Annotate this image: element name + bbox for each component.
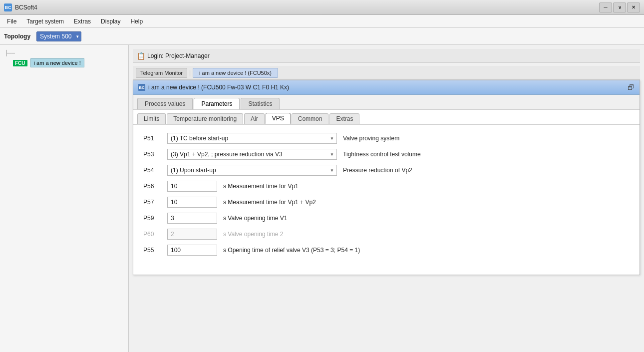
param-dropdown-wrapper-p53[interactable]: (3) Vp1 + Vp2, ; pressure reduction via …: [167, 149, 337, 160]
sub-tab-extras[interactable]: Extras: [329, 113, 359, 124]
content-area: 📋 Login: Project-Manager Telegram Monito…: [129, 45, 644, 352]
param-input-p56[interactable]: [167, 181, 217, 192]
sub-tab-common[interactable]: Common: [292, 113, 329, 124]
app-title: BCSoft4: [15, 4, 37, 11]
param-label-p60: P60: [143, 231, 161, 238]
close-button[interactable]: ✕: [627, 2, 640, 12]
menu-display[interactable]: Display: [96, 16, 125, 26]
login-icon: 📋: [137, 52, 145, 60]
param-label-p54: P54: [143, 167, 161, 174]
sub-tab-container: Limits Temperature monitoring Air VPS Co…: [133, 109, 640, 275]
toolbar: Topology System 500: [0, 28, 644, 45]
tree-connector: ├──: [5, 50, 15, 56]
menu-target-system[interactable]: Target system: [21, 16, 69, 26]
fcu-badge: FCU: [13, 60, 27, 66]
device-window: BC i am a new device ! (FCU500 Fw-03 W C…: [133, 80, 640, 275]
tab-statistics[interactable]: Statistics: [241, 98, 280, 109]
param-input-p57[interactable]: [167, 197, 217, 208]
params-tab-strip: Process values Parameters Statistics: [133, 95, 640, 109]
sub-tab-vps[interactable]: VPS: [266, 113, 291, 124]
param-dropdown-p54[interactable]: (1) Upon start-up: [167, 165, 337, 176]
param-label-p55: P55: [143, 247, 161, 254]
sub-tab-strip: Limits Temperature monitoring Air VPS Co…: [133, 110, 640, 125]
param-desc-p60: s Valve opening time 2: [223, 231, 284, 238]
tab-process-values[interactable]: Process values: [137, 98, 193, 109]
device-minimize-button[interactable]: 🗗: [628, 83, 635, 91]
sub-tab-limits[interactable]: Limits: [137, 113, 166, 124]
param-label-p57: P57: [143, 199, 161, 206]
login-text: Login: Project-Manager: [147, 52, 210, 59]
param-row-p56: P56 s Measurement time for Vp1: [143, 181, 630, 192]
param-row-p60: P60 s Valve opening time 2: [143, 229, 630, 240]
device-title-text: BC i am a new device ! (FCU500 Fw-03 W C…: [138, 84, 289, 91]
param-row-p53: P53 (3) Vp1 + Vp2, ; pressure reduction …: [143, 149, 630, 160]
device-window-title-bar: BC i am a new device ! (FCU500 Fw-03 W C…: [133, 80, 640, 95]
param-dropdown-wrapper-p51[interactable]: (1) TC before start-up: [167, 133, 337, 144]
param-label-p59: P59: [143, 215, 161, 222]
menu-help[interactable]: Help: [125, 16, 148, 26]
param-label-p56: P56: [143, 183, 161, 190]
param-desc-p53: Tightness control test volume: [343, 151, 421, 158]
login-bar: 📋 Login: Project-Manager: [133, 49, 640, 63]
system-select[interactable]: System 500: [36, 31, 81, 41]
device-window-icon: BC: [138, 84, 145, 91]
restore-button[interactable]: ∨: [613, 2, 626, 12]
sub-tab-temperature[interactable]: Temperature monitoring: [167, 113, 243, 124]
param-row-p51: P51 (1) TC before start-up Valve proving…: [143, 133, 630, 144]
app-icon: BC: [4, 3, 12, 11]
telegram-monitor-button[interactable]: Telegram Monitor: [136, 68, 187, 78]
param-desc-p51: Valve proving system: [343, 135, 399, 142]
telegram-bar: Telegram Monitor | i am a new device ! (…: [133, 66, 640, 80]
param-row-p59: P59 s Valve opening time V1: [143, 213, 630, 224]
title-bar: BC BCSoft4 ─ ∨ ✕: [0, 0, 644, 15]
param-dropdown-p51[interactable]: (1) TC before start-up: [167, 133, 337, 144]
param-label-p53: P53: [143, 151, 161, 158]
param-dropdown-wrapper-p54[interactable]: (1) Upon start-up: [167, 165, 337, 176]
tree-root: ├──: [5, 50, 123, 56]
menu-extras[interactable]: Extras: [69, 16, 96, 26]
param-input-p60: [167, 229, 217, 240]
device-label[interactable]: i am a new device !: [30, 58, 84, 67]
title-bar-controls: ─ ∨ ✕: [599, 2, 640, 12]
minimize-button[interactable]: ─: [599, 2, 612, 12]
params-content: P51 (1) TC before start-up Valve proving…: [133, 125, 640, 275]
device-window-title: i am a new device ! (FCU500 Fw-03 W C1 F…: [148, 84, 289, 91]
param-desc-p56: s Measurement time for Vp1: [223, 183, 299, 190]
system-select-wrapper[interactable]: System 500: [36, 31, 81, 41]
param-desc-p59: s Valve opening time V1: [223, 215, 288, 222]
sub-tab-air[interactable]: Air: [244, 113, 265, 124]
param-desc-p55: s Opening time of relief valve V3 (P53 =…: [223, 247, 360, 254]
param-input-p59[interactable]: [167, 213, 217, 224]
param-label-p51: P51: [143, 135, 161, 142]
param-dropdown-p53[interactable]: (3) Vp1 + Vp2, ; pressure reduction via …: [167, 149, 337, 160]
device-tab[interactable]: i am a new device ! (FCU50x): [193, 68, 278, 78]
sidebar-tree: ├── FCU i am a new device !: [3, 48, 125, 69]
menu-file[interactable]: File: [2, 16, 21, 26]
param-row-p54: P54 (1) Upon start-up Pressure reduction…: [143, 165, 630, 176]
menu-bar: File Target system Extras Display Help: [0, 15, 644, 28]
main-layout: ├── FCU i am a new device ! 📋 Login: Pro…: [0, 45, 644, 352]
param-input-p55[interactable]: [167, 245, 217, 256]
param-row-p55: P55 s Opening time of relief valve V3 (P…: [143, 245, 630, 256]
sidebar: ├── FCU i am a new device !: [0, 45, 129, 352]
param-desc-p54: Pressure reduction of Vp2: [343, 167, 412, 174]
tab-parameters[interactable]: Parameters: [194, 98, 240, 109]
param-desc-p57: s Measurement time for Vp1 + Vp2: [223, 199, 316, 206]
param-row-p57: P57 s Measurement time for Vp1 + Vp2: [143, 197, 630, 208]
topology-label: Topology: [4, 33, 30, 40]
